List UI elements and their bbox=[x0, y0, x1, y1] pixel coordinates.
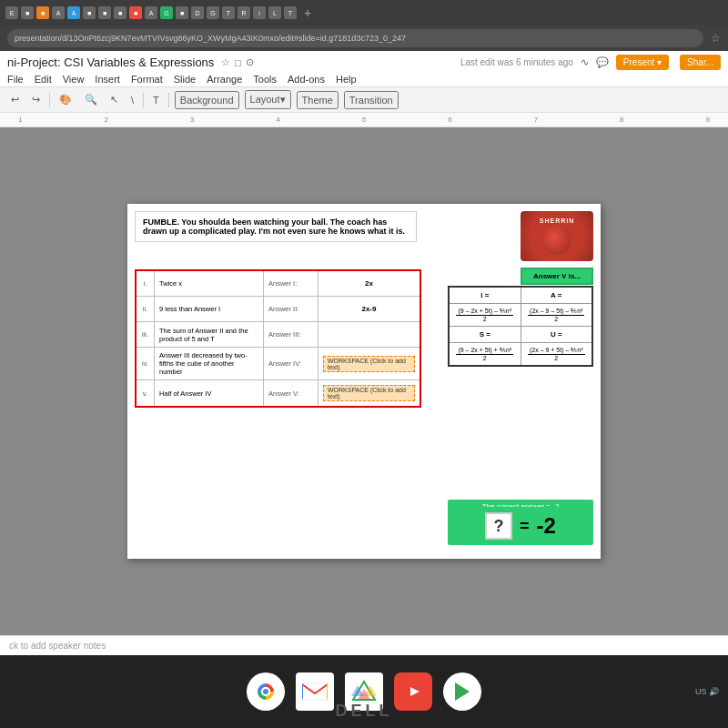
tab-icon-8[interactable]: ■ bbox=[114, 6, 126, 19]
present-button[interactable]: Present ▾ bbox=[616, 55, 669, 70]
tab-icon-12[interactable]: ■ bbox=[176, 6, 188, 19]
taskbar: DELL US 🔊 bbox=[0, 655, 728, 728]
slides-title: ni-Project: CSI Variables & Expressions bbox=[7, 56, 214, 69]
menu-addons[interactable]: Add-ons bbox=[288, 74, 325, 85]
toolbar-textbox[interactable]: T bbox=[149, 93, 163, 107]
share-button[interactable]: Shar... bbox=[680, 55, 721, 70]
table-row: i. Twice x Answer I: 2x bbox=[136, 271, 420, 297]
last-edit-text: Last edit was 6 minutes ago bbox=[460, 57, 573, 67]
vars-data-row-1: (9 – 2x + 5t) – ⅖n³ 2 (2x – 9 – 5t) – ⅖n… bbox=[450, 304, 592, 327]
menu-view[interactable]: View bbox=[63, 74, 85, 85]
toolbar: ↩ ↪ 🎨 🔍 ↖ \ T Background Layout▾ Theme T… bbox=[0, 87, 728, 113]
tab-icon-11[interactable]: G bbox=[160, 6, 173, 19]
row-desc-2: 9 less than Answer I bbox=[155, 297, 264, 321]
doc-icon[interactable]: □ bbox=[235, 57, 241, 68]
taskbar-play[interactable] bbox=[443, 672, 481, 711]
workspace-text-5[interactable]: WORKSPACE (Click to add text) bbox=[323, 385, 415, 401]
menu-file[interactable]: File bbox=[7, 74, 24, 85]
equals-sign: = bbox=[520, 517, 530, 536]
row-answer-label-2: Answer II: bbox=[264, 297, 318, 321]
tab-icon-7[interactable]: ■ bbox=[98, 6, 111, 19]
toolbar-zoom[interactable]: 🔍 bbox=[81, 92, 101, 107]
tab-icon-14[interactable]: G bbox=[207, 6, 219, 19]
tab-icon-9[interactable]: ■ bbox=[129, 6, 142, 19]
row-workspace-5[interactable]: WORKSPACE (Click to add text) bbox=[318, 380, 420, 406]
new-tab-button[interactable]: + bbox=[304, 5, 311, 20]
background-button[interactable]: Background bbox=[175, 91, 239, 109]
row-answer-label-3: Answer III: bbox=[264, 322, 318, 347]
table-row: ii. 9 less than Answer I Answer II: 2x-9 bbox=[136, 297, 420, 322]
tab-icon-16[interactable]: R bbox=[238, 6, 250, 19]
browser-tab-icons: E ■ ■ A A ■ ■ ■ ■ A G ■ D G T R i L T bbox=[5, 6, 297, 19]
vars-data-row-2: (9 – 2x + 5t) + ⅖n³ 2 (2x – 9 + 5t) – ⅖n… bbox=[450, 343, 592, 365]
tab-icon-6[interactable]: ■ bbox=[83, 6, 96, 19]
tab-icon-3[interactable]: ■ bbox=[36, 6, 49, 19]
menu-tools[interactable]: Tools bbox=[253, 74, 277, 85]
tab-icon-18[interactable]: L bbox=[268, 6, 281, 19]
speaker-notes-area[interactable]: ck to add speaker notes bbox=[0, 635, 728, 655]
star-icon[interactable]: ☆ bbox=[221, 56, 230, 68]
row-workspace-3[interactable] bbox=[318, 322, 420, 347]
expression-table[interactable]: i. Twice x Answer I: 2x ii. 9 less tha bbox=[135, 269, 421, 408]
sherrin-logo: SHERRIN bbox=[521, 211, 593, 261]
row-workspace-2[interactable]: 2x-9 bbox=[318, 297, 420, 321]
vars-header-U: U = bbox=[521, 327, 592, 342]
slide-canvas[interactable]: FUMBLE. You shoulda been watching your b… bbox=[127, 204, 601, 559]
tab-icon-5[interactable]: A bbox=[67, 6, 80, 19]
row-desc-3: The sum of Answer II and the product of … bbox=[155, 322, 264, 347]
menu-arrange[interactable]: Arrange bbox=[207, 74, 242, 85]
analytics-icon[interactable]: ∿ bbox=[581, 56, 589, 68]
menu-help[interactable]: Help bbox=[336, 74, 357, 85]
answer-value-1: 2x bbox=[365, 279, 373, 288]
row-desc-4: Answer III decreased by two-fifths the c… bbox=[155, 348, 264, 379]
row-workspace-1[interactable]: 2x bbox=[318, 271, 420, 296]
bookmark-icon[interactable]: ☆ bbox=[711, 32, 721, 45]
menu-edit[interactable]: Edit bbox=[35, 74, 52, 85]
ruler: 1 2 3 4 5 6 7 8 9 bbox=[0, 113, 728, 127]
answer-v-box[interactable]: Answer V is... bbox=[521, 268, 593, 285]
comment-icon[interactable]: 💬 bbox=[596, 56, 609, 68]
tab-icon-4[interactable]: A bbox=[52, 6, 65, 19]
toolbar-paint[interactable]: 🎨 bbox=[56, 92, 76, 107]
tab-icon-19[interactable]: T bbox=[284, 6, 297, 19]
menu-bar: File Edit View Insert Format Slide Arran… bbox=[7, 72, 721, 86]
question-mark-box: ? bbox=[485, 512, 512, 540]
tab-icon-17[interactable]: i bbox=[253, 6, 266, 19]
vars-cell-S: (9 – 2x + 5t) + ⅖n³ 2 bbox=[450, 343, 521, 365]
tab-icon-2[interactable]: ■ bbox=[21, 6, 34, 19]
row-num-4: iv. bbox=[136, 348, 155, 379]
tab-icon-1[interactable]: E bbox=[5, 6, 18, 19]
menu-insert[interactable]: Insert bbox=[95, 74, 120, 85]
menu-slide[interactable]: Slide bbox=[174, 74, 196, 85]
taskbar-gmail[interactable] bbox=[296, 672, 334, 711]
speaker-notes-hint: ck to add speaker notes bbox=[9, 641, 106, 651]
tab-icon-13[interactable]: D bbox=[191, 6, 204, 19]
toolbar-undo[interactable]: ↩ bbox=[7, 92, 23, 107]
row-answer-label-1: Answer I: bbox=[264, 271, 318, 296]
tab-icon-10[interactable]: A bbox=[145, 6, 157, 19]
taskbar-locale: US 🔊 bbox=[695, 687, 719, 696]
transition-button[interactable]: Transition bbox=[344, 91, 399, 109]
theme-button[interactable]: Theme bbox=[297, 91, 339, 109]
row-workspace-4[interactable]: WORKSPACE (Click to add text) bbox=[318, 348, 420, 379]
vars-header-row-2: S = U = bbox=[450, 327, 592, 343]
vars-header-S: S = bbox=[450, 327, 521, 342]
toolbar-draw[interactable]: \ bbox=[127, 93, 137, 107]
instruction-text[interactable]: FUMBLE. You shoulda been watching your b… bbox=[135, 211, 417, 242]
taskbar-youtube[interactable] bbox=[394, 672, 432, 711]
toolbar-redo[interactable]: ↪ bbox=[28, 92, 44, 107]
youtube-icon bbox=[402, 683, 424, 700]
layout-button[interactable]: Layout▾ bbox=[245, 90, 291, 109]
slides-title-row: ni-Project: CSI Variables & Expressions … bbox=[7, 55, 721, 70]
taskbar-chrome[interactable] bbox=[247, 672, 285, 711]
toolbar-cursor[interactable]: ↖ bbox=[106, 92, 122, 107]
toolbar-separator-2 bbox=[143, 93, 144, 107]
slides-title-icons: ☆ □ ⊙ bbox=[221, 56, 254, 68]
menu-format[interactable]: Format bbox=[131, 74, 163, 85]
share-doc-icon[interactable]: ⊙ bbox=[246, 56, 254, 68]
ruler-marks: 1 2 3 4 5 6 7 8 9 bbox=[18, 116, 710, 124]
tab-icon-15[interactable]: T bbox=[222, 6, 235, 19]
svg-marker-10 bbox=[455, 682, 470, 701]
address-bar[interactable]: presentation/d/13OnPt6zcj9KN7evMTVIVsvg8… bbox=[7, 29, 703, 47]
workspace-text-4[interactable]: WORKSPACE (Click to add text) bbox=[323, 356, 415, 372]
